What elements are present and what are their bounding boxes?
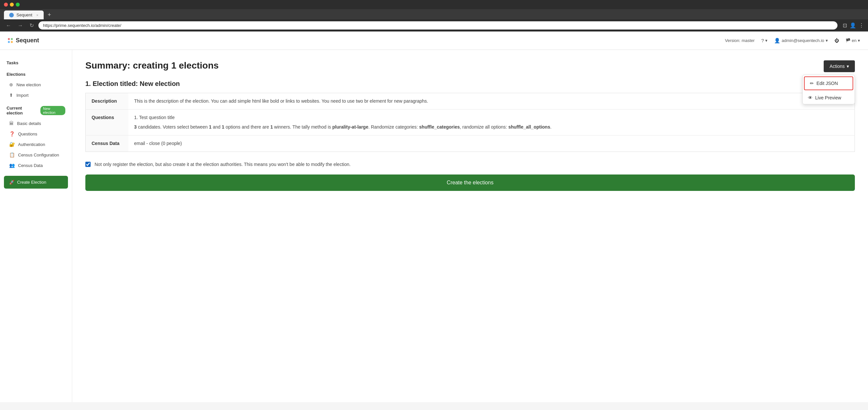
authentication-label: Authentication: [18, 142, 45, 147]
sidebar-item-authentication[interactable]: 🔐 Authentication: [0, 139, 72, 149]
table-row-description: Description This is the description of t…: [86, 93, 855, 109]
elections-section-title: Elections: [0, 69, 72, 79]
user-icon: 👤: [774, 38, 780, 44]
actions-button[interactable]: Actions ▾: [824, 60, 855, 72]
basic-details-icon: 🏛: [9, 121, 14, 126]
create-checkbox[interactable]: [85, 162, 91, 167]
power-button[interactable]: ⏻: [835, 38, 839, 43]
main-content: Actions ▾ ✏ Edit JSON 👁 Live Preview: [72, 50, 868, 402]
questions-icon: ❓: [9, 131, 15, 136]
flag-icon: 🏴: [845, 38, 850, 43]
brand-dot-4: [11, 41, 13, 43]
brand-name: Sequent: [16, 37, 39, 44]
current-election-title: Current election: [6, 106, 38, 115]
election-section-title: 1. Election titled: New election: [85, 80, 855, 88]
import-icon: ⬆: [9, 93, 13, 98]
actions-dropdown: ✏ Edit JSON 👁 Live Preview: [802, 75, 855, 104]
auth-icon: 🔐: [9, 142, 15, 147]
current-election-header: Current election New election: [0, 103, 72, 118]
live-preview-label: Live Preview: [815, 95, 841, 100]
menu-button[interactable]: ⋮: [859, 22, 864, 29]
actions-arrow: ▾: [847, 64, 849, 69]
import-label: Import: [17, 93, 29, 98]
table-row-census-data: Census Data email - close (0 people): [86, 135, 855, 152]
help-arrow: ▾: [765, 38, 768, 43]
brand-dot-3: [8, 41, 10, 43]
sidebar-item-questions[interactable]: ❓ Questions: [0, 129, 72, 139]
close-button[interactable]: [4, 3, 8, 6]
eye-icon: 👁: [808, 95, 812, 100]
summary-table: Description This is the description of t…: [85, 93, 855, 152]
language-label: en: [852, 38, 857, 43]
live-preview-item[interactable]: 👁 Live Preview: [803, 92, 855, 104]
census-config-icon: 📋: [9, 152, 15, 158]
census-data-table-label: Census Data: [86, 135, 128, 152]
tab-bar: Sequent × +: [0, 9, 868, 19]
pencil-icon: ✏: [810, 81, 814, 86]
content-header: Actions ▾ ✏ Edit JSON 👁 Live Preview: [85, 60, 855, 80]
description-label: Description: [86, 93, 128, 109]
active-tab[interactable]: Sequent ×: [4, 10, 44, 19]
profile-button[interactable]: 👤: [849, 22, 856, 29]
census-data-value: email - close (0 people): [128, 135, 855, 152]
census-data-label: Census Data: [18, 163, 43, 168]
questions-item: 1. Test question title: [134, 114, 849, 121]
basic-details-label: Basic details: [17, 121, 41, 126]
traffic-lights: [4, 3, 20, 6]
minimize-button[interactable]: [10, 3, 14, 6]
browser-title-bar: [0, 0, 868, 9]
census-config-label: Census Configuration: [18, 152, 59, 158]
page-title: Summary: creating 1 elections: [85, 60, 855, 71]
questions-value: 1. Test question title 3 candidates. Vot…: [128, 109, 855, 135]
user-menu[interactable]: 👤 admin@sequentech.io ▾: [774, 38, 828, 44]
tab-close-button[interactable]: ×: [36, 13, 38, 17]
edit-json-item[interactable]: ✏ Edit JSON: [804, 76, 853, 90]
app: Sequent Version: master ? ▾ 👤 admin@sequ…: [0, 32, 868, 402]
edit-json-label: Edit JSON: [816, 81, 838, 86]
language-arrow: ▾: [858, 38, 860, 43]
cast-button[interactable]: ⊡: [843, 22, 847, 29]
checkbox-row: Not only register the election, but also…: [85, 161, 855, 168]
questions-table-label: Questions: [86, 109, 128, 135]
sidebar: Tasks Elections ⊕ New election ⬆ Import …: [0, 50, 72, 402]
sidebar-item-import[interactable]: ⬆ Import: [0, 90, 72, 100]
questions-label: Questions: [18, 132, 37, 136]
new-election-badge: New election: [40, 106, 65, 115]
tab-favicon: [9, 13, 14, 18]
new-tab-button[interactable]: +: [45, 11, 54, 19]
sidebar-item-new-election[interactable]: ⊕ New election: [0, 79, 72, 90]
nav-right: Version: master ? ▾ 👤 admin@sequentech.i…: [725, 38, 860, 44]
checkbox-label: Not only register the election, but also…: [95, 161, 351, 168]
description-value: This is the description of the election.…: [128, 93, 855, 109]
refresh-button[interactable]: ↻: [28, 22, 36, 29]
actions-area: Actions ▾ ✏ Edit JSON 👁 Live Preview: [824, 60, 855, 72]
tasks-section-title: Tasks: [0, 58, 72, 68]
top-nav: Sequent Version: master ? ▾ 👤 admin@sequ…: [0, 32, 868, 50]
address-input[interactable]: [38, 21, 837, 30]
brand: Sequent: [8, 37, 39, 44]
sidebar-item-census-config[interactable]: 📋 Census Configuration: [0, 149, 72, 160]
back-button[interactable]: ←: [4, 22, 13, 29]
create-election-btn-label: Create Election: [17, 180, 46, 185]
user-arrow: ▾: [826, 38, 828, 43]
help-menu[interactable]: ? ▾: [761, 38, 768, 43]
plus-icon: ⊕: [9, 82, 13, 87]
create-election-sidebar-button[interactable]: 🚀 Create Election: [4, 176, 68, 189]
user-label: admin@sequentech.io: [782, 38, 824, 43]
new-election-label: New election: [17, 82, 41, 87]
brand-icon: [8, 38, 13, 43]
sidebar-item-census-data[interactable]: 👥 Census Data: [0, 160, 72, 171]
questions-detail: 3 candidates. Voters select between 1 an…: [134, 124, 849, 131]
help-icon: ?: [761, 38, 764, 43]
forward-button[interactable]: →: [16, 22, 25, 29]
main-layout: Tasks Elections ⊕ New election ⬆ Import …: [0, 50, 868, 402]
table-row-questions: Questions 1. Test question title 3 candi…: [86, 109, 855, 135]
browser-actions: ⊡ 👤 ⋮: [843, 22, 864, 29]
create-elections-button[interactable]: Create the elections: [85, 174, 855, 191]
power-icon: ⏻: [835, 38, 839, 43]
rocket-icon: 🚀: [9, 180, 14, 185]
maximize-button[interactable]: [16, 3, 20, 6]
language-menu[interactable]: 🏴 en ▾: [845, 38, 860, 43]
brand-dot-1: [8, 38, 10, 40]
sidebar-item-basic-details[interactable]: 🏛 Basic details: [0, 118, 72, 129]
